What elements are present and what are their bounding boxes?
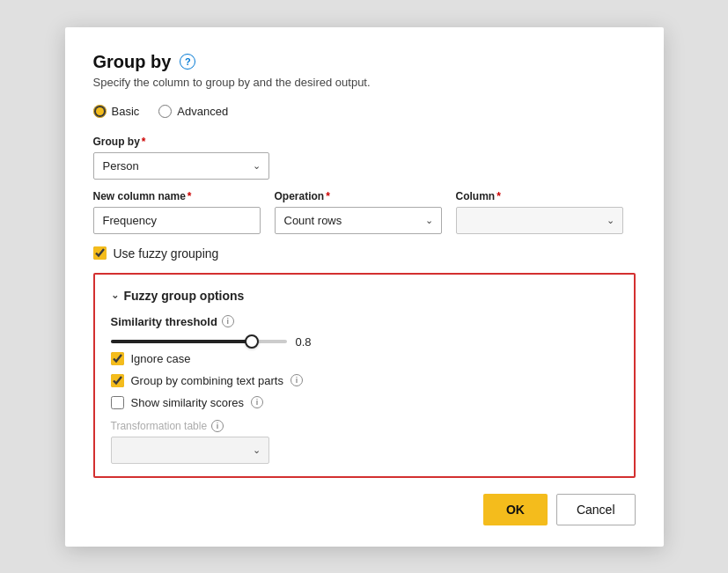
- slider-thumb[interactable]: [245, 334, 259, 349]
- column-operation-row: New column name* Operation* Count rows S…: [93, 190, 636, 234]
- cancel-button[interactable]: Cancel: [556, 494, 636, 525]
- new-column-name-label: New column name*: [93, 190, 261, 202]
- help-icon[interactable]: ?: [180, 54, 195, 70]
- group-combining-label[interactable]: Group by combining text parts i: [111, 374, 618, 387]
- similarity-slider-track: [111, 340, 287, 343]
- use-fuzzy-label: Use fuzzy grouping: [114, 246, 219, 261]
- group-combining-row: Group by combining text parts i: [111, 374, 618, 387]
- radio-advanced-label[interactable]: Advanced: [158, 105, 228, 118]
- ok-button[interactable]: OK: [483, 494, 548, 525]
- dialog-footer: OK Cancel: [93, 494, 636, 525]
- show-similarity-row: Show similarity scores i: [111, 396, 618, 409]
- show-similarity-label[interactable]: Show similarity scores i: [111, 396, 618, 409]
- group-by-label: Group by*: [93, 136, 636, 148]
- slider-fill: [111, 340, 252, 343]
- similarity-threshold-label: Similarity threshold i: [111, 315, 618, 328]
- dialog-title: Group by: [93, 52, 172, 72]
- radio-basic-text: Basic: [112, 105, 140, 118]
- ignore-case-checkbox[interactable]: [111, 352, 124, 365]
- ignore-case-text: Ignore case: [131, 352, 191, 365]
- new-column-name-input[interactable]: [93, 207, 261, 234]
- group-by-field: Group by* Person Name Category ⌄: [93, 136, 636, 180]
- column-label: Column*: [456, 190, 623, 202]
- dialog-title-row: Group by ?: [93, 52, 636, 72]
- operation-select-wrapper: Count rows Sum Average Min Max ⌄: [275, 207, 442, 234]
- fuzzy-collapse-icon[interactable]: ⌄: [111, 290, 119, 301]
- group-combining-info-icon[interactable]: i: [290, 374, 303, 386]
- group-combining-checkbox[interactable]: [111, 374, 124, 387]
- ignore-case-row: Ignore case: [111, 352, 618, 365]
- new-column-name-field: New column name*: [93, 190, 261, 234]
- ignore-case-label[interactable]: Ignore case: [111, 352, 618, 365]
- similarity-threshold-info-icon[interactable]: i: [222, 315, 234, 327]
- radio-basic-label[interactable]: Basic: [93, 105, 140, 118]
- transformation-table-info-icon[interactable]: i: [211, 420, 224, 432]
- transformation-table-field: Transformation table i ⌄: [111, 420, 618, 464]
- group-by-select-wrapper: Person Name Category ⌄: [93, 152, 269, 180]
- radio-advanced-text: Advanced: [177, 105, 228, 118]
- radio-advanced[interactable]: [158, 105, 172, 118]
- slider-value: 0.8: [296, 335, 322, 349]
- operation-select[interactable]: Count rows Sum Average Min Max: [275, 207, 442, 234]
- fuzzy-options-header: ⌄ Fuzzy group options: [111, 289, 618, 303]
- column-select[interactable]: [456, 207, 623, 234]
- show-similarity-info-icon[interactable]: i: [251, 396, 263, 408]
- group-by-dialog: Group by ? Specify the column to group b…: [65, 27, 664, 547]
- use-fuzzy-row: Use fuzzy grouping: [93, 246, 636, 261]
- operation-field: Operation* Count rows Sum Average Min Ma…: [275, 190, 442, 234]
- group-combining-text: Group by combining text parts: [131, 374, 283, 387]
- transformation-table-label: Transformation table i: [111, 420, 618, 432]
- column-select-wrapper: ⌄: [456, 207, 623, 234]
- slider-row: 0.8: [111, 335, 618, 349]
- column-field: Column* ⌄: [456, 190, 623, 234]
- transformation-select-wrapper: ⌄: [111, 437, 269, 464]
- dialog-subtitle: Specify the column to group by and the d…: [93, 76, 636, 89]
- mode-radio-group: Basic Advanced: [93, 105, 636, 118]
- fuzzy-section-title: Fuzzy group options: [124, 289, 245, 303]
- use-fuzzy-checkbox[interactable]: [93, 246, 107, 260]
- show-similarity-checkbox[interactable]: [111, 396, 124, 409]
- transformation-select[interactable]: [111, 437, 269, 464]
- radio-basic[interactable]: [93, 105, 107, 118]
- operation-label: Operation*: [275, 190, 442, 202]
- group-by-select[interactable]: Person Name Category: [93, 152, 269, 180]
- fuzzy-options-section: ⌄ Fuzzy group options Similarity thresho…: [93, 273, 636, 478]
- show-similarity-text: Show similarity scores: [131, 396, 245, 409]
